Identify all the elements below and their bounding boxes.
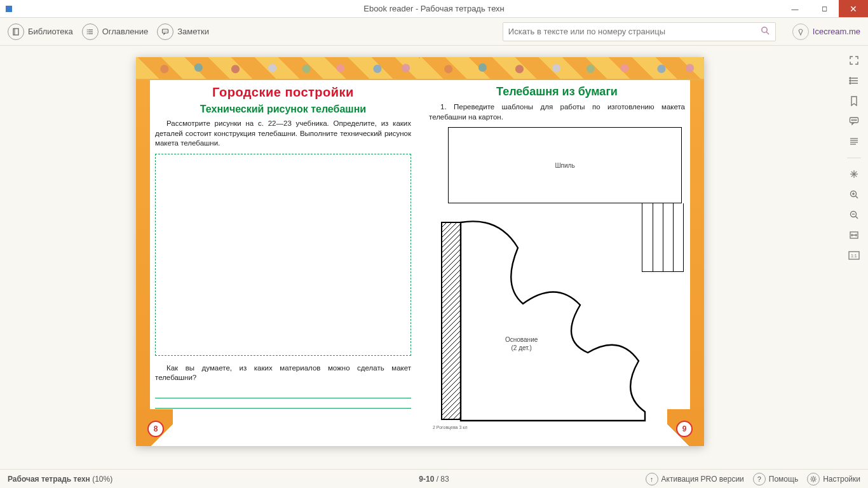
page-border-left [136, 57, 150, 446]
library-label: Библиотека [28, 27, 73, 36]
instruction-right: 1. Переведите шаблоны для работы по изго… [429, 102, 685, 122]
page-border-right [690, 57, 704, 446]
search-icon[interactable] [760, 25, 770, 37]
notes-label: Заметки [177, 27, 209, 36]
settings-button[interactable]: Настройки [807, 473, 860, 485]
status-book-title: Рабочая тетрадь техн (10%) [8, 475, 112, 484]
drawing-area [155, 154, 411, 356]
svg-point-11 [166, 30, 167, 31]
answer-lines [155, 388, 411, 409]
base-label-line1: Основание [505, 336, 538, 344]
bookmark-icon[interactable] [848, 95, 860, 107]
arrow-up-icon: ↑ [646, 473, 658, 485]
page-right-content: Телебашня из бумаги 1. Переведите шаблон… [429, 85, 685, 438]
toc-rail-icon[interactable] [848, 75, 860, 86]
book-icon [8, 24, 24, 40]
svg-point-12 [762, 27, 767, 32]
note-icon [157, 24, 173, 40]
base-label-line2: (2 дет.) [505, 344, 538, 352]
svg-point-6 [86, 31, 88, 32]
page-spread: 8 Городские постройки Технический рисуно… [136, 57, 704, 446]
status-bar: Рабочая тетрадь техн (10%) 9-10 / 83 ↑ А… [0, 469, 868, 488]
question-icon: ? [753, 473, 766, 485]
page-viewport[interactable]: 8 Городские постройки Технический рисуно… [0, 46, 840, 469]
svg-line-37 [856, 217, 858, 219]
close-button[interactable]: ✕ [839, 0, 868, 17]
current-page: 9-10 [419, 475, 434, 484]
actual-size-icon[interactable]: 1:1 [848, 250, 860, 261]
toc-label: Оглавление [102, 27, 148, 36]
library-button[interactable]: Библиотека [8, 24, 73, 40]
window-controls: — ◻ ✕ [780, 0, 868, 17]
main-area: 8 Городские постройки Технический рисуно… [0, 46, 868, 469]
base-label: Основание (2 дет.) [505, 336, 538, 352]
page-top-decor [136, 57, 420, 80]
svg-point-7 [86, 33, 88, 34]
maximize-button[interactable]: ◻ [810, 0, 839, 17]
svg-point-21 [851, 119, 852, 120]
brand-link[interactable]: Icecream.me [792, 24, 860, 40]
gear-icon [807, 473, 820, 485]
base-template [429, 210, 658, 432]
page-indicator: 9-10 / 83 [419, 475, 449, 484]
brand-label: Icecream.me [813, 27, 860, 36]
help-button[interactable]: ? Помощь [753, 473, 798, 485]
titlebar: Ebook reader - Рабочая тетрадь техн — ◻ … [0, 0, 868, 18]
svg-point-23 [855, 119, 856, 120]
icecream-icon [792, 24, 809, 40]
list-icon [82, 24, 98, 40]
svg-point-10 [165, 30, 166, 31]
notes-button[interactable]: Заметки [157, 24, 209, 40]
book-name: Рабочая тетрадь техн [8, 475, 90, 484]
minimize-button[interactable]: — [780, 0, 810, 17]
app-icon [0, 0, 18, 18]
svg-point-9 [164, 30, 165, 31]
window-title: Ebook reader - Рабочая тетрадь техн [363, 4, 505, 13]
total-pages: 83 [440, 475, 449, 484]
svg-point-17 [850, 78, 851, 79]
comment-icon[interactable] [848, 116, 860, 127]
help-label: Помощь [769, 475, 798, 484]
zoom-in-icon[interactable] [848, 189, 860, 200]
page-right: 9 Телебашня из бумаги 1. Переведите шабл… [420, 57, 704, 446]
svg-point-42 [812, 478, 815, 480]
heading-main: Городские постройки [155, 85, 411, 100]
pro-activation-button[interactable]: ↑ Активация PRO версии [646, 473, 744, 485]
svg-text:1:1: 1:1 [851, 254, 857, 258]
spire-label: Шпиль [555, 162, 574, 169]
svg-point-22 [853, 119, 854, 120]
view-tools-rail: 1:1 [840, 46, 868, 469]
svg-point-19 [850, 83, 851, 84]
page-left: 8 Городские постройки Технический рисуно… [136, 57, 420, 446]
page-top-decor [420, 57, 704, 80]
settings-label: Настройки [823, 475, 860, 484]
instruction-text: Рассмотрите рисунки на с. 22—23 учебника… [155, 119, 411, 149]
progress-pct: (10%) [92, 475, 112, 484]
print-footnote: 2 Роговцева 3 кл [433, 425, 467, 430]
svg-line-13 [766, 32, 769, 34]
fullscreen-icon[interactable] [848, 55, 860, 66]
search-box[interactable] [503, 22, 776, 41]
question-text: Как вы думаете, из каких материалов можн… [155, 363, 411, 383]
toolbar: Библиотека Оглавление Заметки Icecream.m… [0, 18, 868, 46]
text-lines-icon[interactable] [848, 136, 860, 147]
toc-button[interactable]: Оглавление [82, 24, 148, 40]
svg-line-33 [856, 196, 858, 199]
svg-rect-0 [13, 29, 18, 35]
page-left-content: Городские постройки Технический рисунок … [155, 85, 411, 438]
svg-point-18 [850, 80, 851, 81]
svg-point-5 [86, 29, 88, 30]
brightness-icon[interactable] [848, 168, 860, 180]
heading-right: Телебашня из бумаги [429, 85, 685, 98]
search-input[interactable] [508, 27, 760, 36]
heading-sub: Технический рисунок телебашни [155, 104, 411, 115]
pro-label: Активация PRO версии [661, 475, 744, 484]
spire-template: Шпиль [448, 127, 682, 203]
zoom-out-icon[interactable] [848, 209, 860, 220]
fit-width-icon[interactable] [848, 229, 860, 241]
template-diagram: Шпиль [429, 127, 685, 432]
